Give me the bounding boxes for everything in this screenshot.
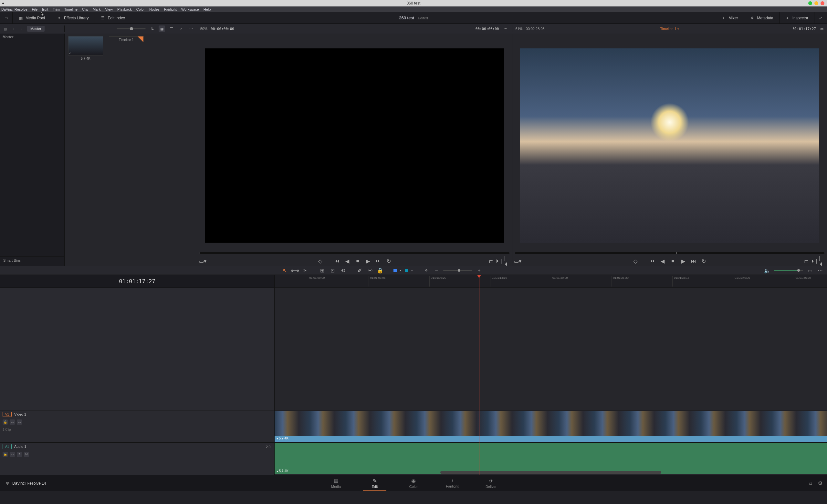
audio-track-1[interactable]: ◂ 5,7-4K [275, 443, 827, 475]
bin-master[interactable]: Master [3, 35, 62, 39]
clip-item[interactable]: ♪ 5,7-4K [67, 36, 104, 263]
fullscreen-viewer-button[interactable]: ⤢ [814, 12, 827, 24]
flag-dropdown[interactable]: ▾ [400, 269, 401, 272]
auto-select-icon[interactable]: ▭ [10, 419, 15, 425]
media-pool-toggle[interactable]: ▦Media Pool [13, 12, 51, 24]
mute-icon[interactable]: M [24, 452, 29, 457]
timeline-zoom-slider[interactable] [443, 270, 472, 271]
program-scrubber[interactable] [513, 251, 827, 256]
menu-timeline[interactable]: Timeline [64, 7, 78, 11]
clip-thumbnail[interactable] [109, 36, 144, 37]
first-frame-button[interactable]: ⏮ [334, 258, 340, 264]
bin-list[interactable]: Master [0, 34, 64, 256]
playhead[interactable] [479, 275, 479, 475]
reverse-button[interactable]: ◀ [344, 258, 350, 264]
source-timecode[interactable]: 00:00:00:00 [211, 27, 234, 31]
search-button[interactable]: ⌕ [178, 25, 185, 32]
arm-record-icon[interactable]: ▭ [10, 452, 15, 457]
goto-out-button[interactable]: |⏴ [504, 258, 509, 264]
mixer-toggle[interactable]: ♯Mixer [716, 12, 744, 24]
thumb-size-slider[interactable] [116, 29, 146, 30]
page-edit[interactable]: ✎Edit [355, 476, 394, 491]
snapping-toggle[interactable]: ⌖ [423, 268, 430, 273]
bin-breadcrumb[interactable]: Master [27, 26, 45, 32]
zoom-out-button[interactable]: − [433, 268, 440, 273]
project-settings-button[interactable]: ⚙ [818, 480, 823, 486]
video-track-1[interactable]: ◂ 5,7-4K [275, 410, 827, 443]
goto-in-button[interactable]: ⏵| [496, 258, 502, 264]
last-frame-button[interactable]: ⏭ [375, 258, 381, 264]
menu-trim[interactable]: Trim [53, 7, 60, 11]
razor-tool[interactable]: ✐ [356, 268, 363, 273]
layout-preset-button[interactable]: ▭ [0, 12, 13, 24]
track-index-a1[interactable]: A1 [3, 444, 12, 449]
match-frame-button[interactable]: ◇ [633, 258, 638, 264]
source-frame[interactable] [197, 34, 512, 251]
audio-track-header[interactable]: A1 Audio 1 2.0 🔒 ▭ S M [0, 443, 274, 475]
replace-clip-button[interactable]: ⟲ [339, 268, 346, 273]
timeline-scrollbar[interactable] [440, 471, 661, 474]
bin-fwd[interactable]: › [19, 25, 25, 32]
menu-playback[interactable]: Playback [117, 7, 132, 11]
metadata-toggle[interactable]: ❖Metadata [744, 12, 780, 24]
program-timecode[interactable]: 01:01:17:27 [792, 27, 816, 31]
marker-dropdown[interactable]: ▾ [411, 269, 413, 272]
stop-button[interactable]: ■ [355, 258, 360, 264]
source-zoom[interactable]: 50% [200, 27, 207, 31]
empty-tracks-area[interactable] [275, 288, 827, 410]
smart-bins-header[interactable]: Smart Bins [0, 256, 64, 266]
timeline-ruler[interactable]: 01:01:00:00 01:01:03:05 01:01:06:20 01:0… [275, 275, 827, 288]
clip-thumbnails[interactable]: ♪ 5,7-4K Timeline 1 [64, 34, 197, 266]
source-mode-dropdown[interactable]: ▭▾ [200, 258, 205, 264]
page-media[interactable]: ▤Media [317, 476, 355, 491]
home-button[interactable]: ⌂ [809, 480, 812, 486]
page-deliver[interactable]: ✈Deliver [472, 476, 510, 491]
apple-menu-icon[interactable]: ● [2, 1, 4, 5]
track-lock-icon[interactable]: 🔒 [3, 419, 8, 425]
timeline-clip-item[interactable]: Timeline 1 [108, 36, 145, 40]
link-toggle[interactable]: ⚯ [366, 268, 374, 273]
bin-view-toggle[interactable]: ▥ [2, 25, 8, 32]
sort-button[interactable]: ⇅ [149, 25, 155, 32]
bin-sidebar[interactable]: Master Smart Bins [0, 34, 64, 266]
blade-tool[interactable]: ✂ [302, 268, 309, 273]
source-options[interactable]: ⋯ [502, 25, 509, 32]
mute-toggle[interactable]: 🔈 [764, 268, 771, 273]
play-button[interactable]: ▶ [680, 258, 686, 264]
thumb-view-button[interactable]: ▦ [159, 25, 165, 32]
track-index-v1[interactable]: V1 [3, 412, 12, 417]
last-frame-button[interactable]: ⏭ [691, 258, 696, 264]
timeline-name-dropdown[interactable]: Timeline 1 ▾ [660, 27, 679, 31]
program-zoom[interactable]: 61% [516, 27, 523, 31]
program-options[interactable]: ▭ [819, 25, 825, 32]
zoom-button[interactable] [814, 1, 818, 5]
minimize-button[interactable] [808, 1, 812, 5]
playhead-timecode[interactable]: 01:01:17:27 [0, 275, 274, 288]
loop-button[interactable]: ↻ [701, 258, 707, 264]
edit-index-toggle[interactable]: ☰Edit Index [95, 12, 131, 24]
menu-help[interactable]: Help [203, 7, 211, 11]
goto-out-button[interactable]: |⏴ [819, 258, 824, 264]
menu-edit[interactable]: Edit [42, 7, 48, 11]
stop-button[interactable]: ■ [670, 258, 676, 264]
solo-icon[interactable]: S [17, 452, 22, 457]
menu-file[interactable]: File [32, 7, 38, 11]
overwrite-clip-button[interactable]: ⊡ [329, 268, 336, 273]
menu-fairlight[interactable]: Fairlight [164, 7, 177, 11]
list-view-button[interactable]: ☰ [168, 25, 175, 32]
volume-slider[interactable] [774, 270, 803, 271]
timeline-options[interactable]: ⋯ [817, 268, 824, 273]
menu-workspace[interactable]: Workspace [181, 7, 199, 11]
menu-nodes[interactable]: Nodes [149, 7, 159, 11]
match-frame-prev[interactable]: ◇ [317, 258, 323, 264]
trim-tool[interactable]: ⇤⇥ [291, 268, 298, 273]
page-fairlight[interactable]: ♪Fairlight [433, 476, 472, 491]
mark-in-button[interactable]: ⊏ [488, 258, 494, 264]
program-mode-dropdown[interactable]: ▭▾ [515, 258, 521, 264]
goto-in-button[interactable]: ⏵| [811, 258, 817, 264]
selection-tool[interactable]: ↖ [281, 268, 288, 273]
menu-mark[interactable]: Mark [93, 7, 100, 11]
reverse-button[interactable]: ◀ [660, 258, 666, 264]
menu-color[interactable]: Color [136, 7, 145, 11]
lock-toggle[interactable]: 🔒 [377, 268, 384, 273]
